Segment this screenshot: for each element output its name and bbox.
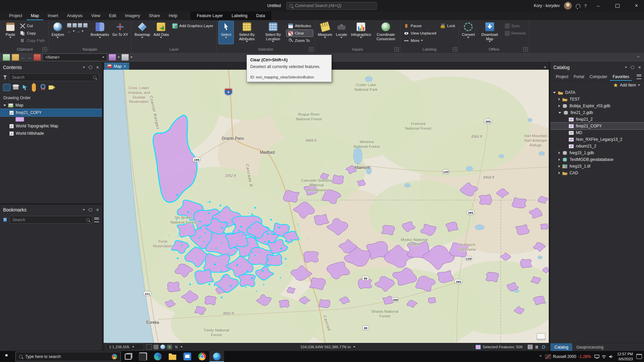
pin-icon[interactable]	[88, 207, 93, 212]
map-canvas[interactable]: Coos, LowerUmpqua, andSiuslawReservation…	[104, 70, 549, 343]
maximize-button[interactable]	[610, 0, 625, 11]
contextual-tab-labeling[interactable]: Labeling	[227, 11, 252, 20]
catalog-item-fveg15-1-gdb[interactable]: fveg15_1.gdb	[550, 149, 644, 156]
scale-combo[interactable]: 1:1,236,505	[106, 344, 144, 350]
next-extent-icon[interactable]: →	[76, 29, 80, 33]
previous-extent-icon[interactable]: ←	[67, 29, 72, 33]
dialog-launcher-icon[interactable]: ↘	[309, 47, 313, 52]
layer-checkbox[interactable]: ✓	[9, 131, 14, 136]
taskbar-app-chrome[interactable]	[195, 351, 209, 362]
pin-icon[interactable]	[630, 65, 635, 70]
command-search-input[interactable]: Command Search (Alt+Q)	[286, 2, 377, 10]
expand-icon[interactable]	[558, 165, 560, 168]
ribbon-button-locate[interactable]: Locate	[334, 21, 349, 44]
map-doc-icon[interactable]	[3, 54, 10, 61]
speaker-icon[interactable]	[608, 354, 614, 359]
catalog-tab-portal[interactable]: Portal	[571, 72, 587, 81]
ribbon-button-copy[interactable]: Copy	[18, 30, 47, 37]
contextual-tab-data[interactable]: Data	[252, 11, 269, 20]
catalog-tab-favorites[interactable]: Favorites	[610, 72, 632, 81]
collapse-icon[interactable]	[558, 112, 561, 114]
catalog-item-md[interactable]: MD	[550, 129, 644, 136]
layer-item-firep21-copy[interactable]: ✓firep21_COPY	[0, 109, 102, 116]
ribbon-button-lock[interactable]: Lock	[439, 22, 457, 29]
layer-purple-icon[interactable]	[109, 54, 116, 61]
add-item-button[interactable]: Add Item	[550, 81, 644, 89]
compass-icon[interactable]: N	[174, 345, 179, 349]
ribbon-tab-help[interactable]: Help	[164, 11, 182, 20]
minimize-button[interactable]: –	[591, 0, 606, 11]
taskbar-search[interactable]: Type here to search	[15, 352, 121, 361]
user-name[interactable]: Kory - korydev	[534, 3, 559, 8]
expand-icon[interactable]	[558, 172, 560, 174]
close-icon[interactable]: ×	[96, 208, 99, 212]
menu-icon[interactable]	[94, 218, 99, 222]
ribbon-button-download-map[interactable]: Download Map	[477, 21, 502, 44]
ribbon-button-basemap[interactable]: Basemap	[133, 21, 151, 44]
dialog-launcher-icon[interactable]: ↘	[523, 47, 528, 52]
catalog-item-bobija-explor-r03-gdb[interactable]: Bobija_Explor_r03.gdb	[550, 103, 644, 109]
close-icon[interactable]: ×	[638, 65, 641, 69]
grid-icon[interactable]	[154, 345, 159, 349]
pin-icon[interactable]	[88, 65, 93, 70]
ribbon-button-pause[interactable]: Pause	[402, 22, 438, 29]
panes-icon[interactable]	[528, 345, 533, 349]
view-list-chevron-icon[interactable]	[544, 67, 546, 68]
panel-menu-icon[interactable]	[83, 209, 85, 210]
ribbon-tab-project[interactable]: Project	[5, 11, 26, 20]
ribbon-button-select[interactable]: Select	[219, 21, 233, 44]
nav-tool-icon[interactable]	[78, 23, 82, 27]
feature-template-combo[interactable]: <None>	[43, 54, 107, 61]
catalog-tab-project[interactable]: Project	[553, 72, 571, 81]
layer-checkbox[interactable]: ✓	[9, 124, 14, 128]
ribbon-button-coordinate-conversion[interactable]: Coordinate Conversion	[373, 21, 398, 44]
ribbon-button-view-unplaced[interactable]: View Unplaced	[402, 30, 438, 37]
help-icon[interactable]: ?	[584, 3, 587, 8]
redo-icon[interactable]: →	[27, 55, 32, 60]
expand-icon[interactable]	[558, 158, 560, 161]
catalog-tab-computer[interactable]: Computer	[587, 72, 610, 81]
ribbon-button-copy-path[interactable]: Copy Path	[18, 37, 47, 44]
taskbar-app-app-dark[interactable]	[136, 351, 150, 362]
ribbon-button-select-by-attributes[interactable]: Select By Attributes	[234, 21, 260, 44]
layer-item-world-hillshade[interactable]: ✓World Hillshade	[0, 130, 102, 137]
catalog-item-rxburn21-2[interactable]: rxburn21_2	[550, 143, 644, 149]
taskbar-app-store[interactable]	[180, 351, 195, 362]
ribbon-button-cut[interactable]: Cut	[18, 22, 47, 29]
dialog-launcher-icon[interactable]: ↘	[453, 47, 457, 52]
catalog-item-firep21-2[interactable]: firep21_2	[550, 116, 644, 123]
refresh-icon[interactable]	[541, 345, 546, 349]
ribbon-button-convert[interactable]: Convert	[461, 21, 476, 44]
ribbon-button-zoom-to[interactable]: Zoom To	[286, 37, 313, 44]
ribbon-button-add-data[interactable]: Add Data	[152, 21, 170, 44]
coordinates-display[interactable]: 104,036.64W 562,386.77N m	[300, 345, 355, 349]
catalog-item-fveg15-1-tif[interactable]: fveg15_1.tif	[550, 163, 644, 170]
taskbar-app-taskview[interactable]	[121, 351, 136, 362]
ribbon-collapse-icon[interactable]: ^	[637, 55, 641, 60]
nav-tool-icon[interactable]	[67, 23, 71, 27]
contextual-tab-feature-layer[interactable]: Feature Layer	[193, 11, 227, 20]
stock-widget[interactable]: Russell 2000 -1.28%	[545, 354, 591, 359]
ribbon-button-explore[interactable]: Explore	[50, 21, 65, 44]
ribbon-tab-view[interactable]: View	[87, 11, 105, 20]
ribbon-button-clear[interactable]: Clear	[286, 30, 313, 37]
dialog-launcher-icon[interactable]: ↘	[43, 47, 47, 52]
close-button[interactable]: ×	[629, 0, 644, 11]
collapse-icon[interactable]	[553, 92, 556, 94]
ribbon-button-add-graphics-layer[interactable]: Add Graphics Layer	[171, 22, 215, 29]
ribbon-tab-imagery[interactable]: Imagery	[120, 11, 144, 20]
panel-menu-icon[interactable]	[83, 67, 85, 68]
taskbar-app-edge[interactable]	[150, 351, 165, 362]
close-icon[interactable]: ×	[96, 65, 99, 69]
selection-tool-icon[interactable]	[146, 344, 152, 350]
list-by-drawing-order-icon[interactable]	[3, 84, 10, 91]
list-by-snapping-icon[interactable]	[40, 84, 46, 91]
layer-checkbox[interactable]: ✓	[9, 111, 14, 115]
tray-expand-icon[interactable]: ^	[539, 354, 541, 359]
list-by-editing-icon[interactable]	[29, 83, 39, 92]
avatar[interactable]	[564, 2, 572, 10]
start-button[interactable]	[0, 351, 15, 362]
table-gray-icon[interactable]	[121, 54, 129, 61]
ribbon-button-infographics[interactable]: Infographics	[350, 21, 372, 44]
ribbon-tab-insert[interactable]: Insert	[43, 11, 62, 20]
